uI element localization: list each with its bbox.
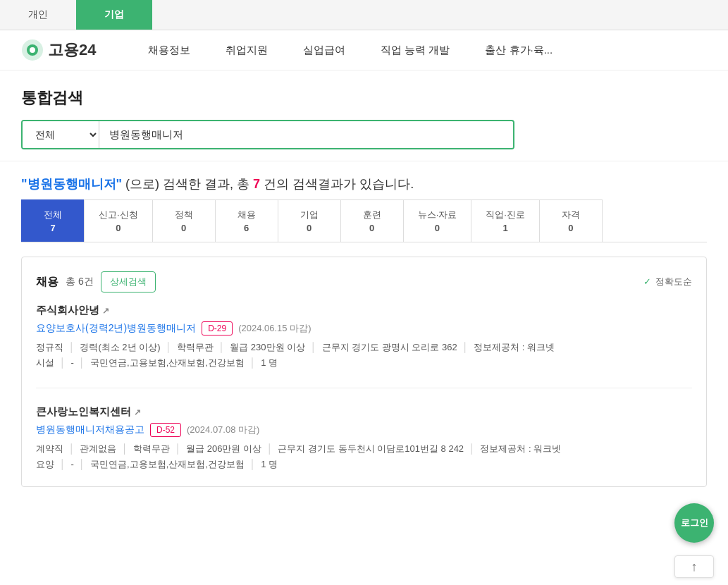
- job-details-2: 계약직 │ 관계없음 │ 학력무관 │ 월급 206만원 이상 │ 근무지 경기…: [36, 441, 692, 472]
- company-text-1: 주식회사안녕: [36, 304, 99, 317]
- cat-tab-job-career[interactable]: 직업·진로 1: [471, 199, 540, 242]
- cat-tab-job-career-count: 1: [502, 223, 507, 233]
- accuracy-sort[interactable]: ✓ 정확도순: [643, 276, 692, 288]
- insurance-1: 국민연금,고용보험,산재보험,건강보험: [90, 357, 245, 368]
- section-header: 채용 총 6건 상세검색 ✓ 정확도순: [36, 271, 692, 292]
- search-title: 통합검색: [21, 87, 707, 109]
- sep: │: [267, 443, 273, 454]
- external-link-icon-2: ↗: [134, 407, 141, 417]
- section-count: 총 6건: [66, 276, 94, 288]
- tab-company[interactable]: 기업: [76, 0, 152, 30]
- salary-2: 월급 206만원 이상: [186, 443, 261, 454]
- source-2: 정보제공처 : 워크넷: [480, 443, 561, 454]
- headcount-1: 1 명: [261, 357, 278, 368]
- checkmark-icon: ✓: [643, 276, 651, 287]
- company-name-2: 큰사랑노인복지센터 ↗: [36, 405, 692, 419]
- deadline-2: (2024.07.08 마감): [187, 424, 259, 436]
- cat-tab-company-label: 기업: [300, 209, 319, 221]
- company-text-2: 큰사랑노인복지센터: [36, 405, 131, 419]
- cat-tab-job-career-label: 직업·진로: [486, 209, 525, 221]
- result-text-end: 건의 검색결과가 있습니다.: [264, 177, 414, 191]
- cat-tab-news[interactable]: 뉴스·자료 0: [403, 199, 472, 242]
- cat-tab-report-count: 0: [116, 223, 121, 233]
- cat-tab-recruit[interactable]: 채용 6: [215, 199, 278, 242]
- cat-tab-qual-label: 자격: [562, 209, 580, 221]
- sep: │: [469, 443, 475, 454]
- sep: │: [311, 342, 316, 352]
- results-section: 채용 총 6건 상세검색 ✓ 정확도순 주식회사안녕 ↗ 요양보호사(경력2년)…: [21, 257, 707, 487]
- cat-tab-company[interactable]: 기업 0: [278, 199, 341, 242]
- result-header: "병원동행매니저" (으로) 검색한 결과, 총 7 건의 검색결과가 있습니다…: [0, 161, 728, 199]
- cat-tab-recruit-count: 6: [244, 223, 249, 233]
- cat-tab-report-label: 신고·신청: [99, 209, 138, 221]
- d-badge-2: D-52: [150, 423, 181, 437]
- sep: │: [69, 342, 75, 352]
- job-title-row-2: 병원동행매니저채용공고 D-52 (2024.07.08 마감): [36, 423, 692, 437]
- insurance-2: 국민연금,고용보험,산재보험,건강보험: [90, 459, 245, 469]
- education-1: 학력무관: [177, 342, 214, 352]
- deadline-1: (2024.06.15 마감): [238, 322, 311, 335]
- cat-tab-qualification[interactable]: 자격 0: [539, 199, 603, 242]
- education-2: 학력무관: [133, 443, 170, 454]
- search-section: 통합검색 전체 채용 정책 기업 훈련 뉴스·자료: [0, 70, 728, 161]
- facility-1: 시설: [36, 357, 54, 368]
- detail2-2-2: -: [70, 459, 73, 469]
- cat-tab-report[interactable]: 신고·신청 0: [84, 199, 153, 242]
- job-details-1: 정규직 │ 경력(최소 2년 이상) │ 학력무관 │ 월급 230만원 이상 …: [36, 340, 692, 371]
- company-name-1: 주식회사안녕 ↗: [36, 304, 692, 317]
- category-tabs: 전체 7 신고·신청 0 정책 0 채용 6 기업 0 훈련 0 뉴스·자료 0…: [21, 199, 707, 242]
- nav-item-recruitment[interactable]: 채용정보: [148, 44, 190, 57]
- search-category-select[interactable]: 전체 채용 정책 기업 훈련 뉴스·자료: [23, 121, 99, 148]
- nav-item-employment[interactable]: 취업지원: [226, 44, 268, 57]
- sep: │: [60, 357, 66, 368]
- result-summary: "병원동행매니저" (으로) 검색한 결과, 총 7 건의 검색결과가 있습니다…: [21, 176, 707, 192]
- search-bar: 전체 채용 정책 기업 훈련 뉴스·자료: [21, 120, 514, 149]
- employment-type-2: 계약직: [36, 443, 63, 454]
- career-req-2: 관계없음: [80, 443, 116, 454]
- cat-tab-all[interactable]: 전체 7: [21, 199, 85, 242]
- sep: │: [69, 443, 75, 454]
- sep: │: [250, 357, 256, 368]
- svg-point-2: [30, 47, 35, 53]
- search-query-display: "병원동행매니저": [21, 177, 122, 191]
- nav-item-skills[interactable]: 직업 능력 개발: [381, 44, 450, 57]
- headcount-2: 1 명: [261, 459, 278, 469]
- sep: │: [79, 459, 85, 469]
- search-input[interactable]: [99, 122, 513, 148]
- d-badge-1: D-29: [202, 321, 233, 335]
- cat-tab-training[interactable]: 훈련 0: [340, 199, 404, 242]
- cat-tab-policy-count: 0: [181, 223, 186, 233]
- logo-text: 고용24: [48, 39, 96, 61]
- logo[interactable]: 고용24: [21, 39, 106, 61]
- employment-type-1: 정규직: [36, 342, 63, 352]
- job-title-link-2[interactable]: 병원동행매니저채용공고: [36, 424, 144, 436]
- cat-tab-recruit-label: 채용: [237, 209, 256, 221]
- nav-item-parental[interactable]: 출산 휴가·육...: [485, 44, 553, 57]
- sep: │: [79, 357, 85, 368]
- job-item-2: 큰사랑노인복지센터 ↗ 병원동행매니저채용공고 D-52 (2024.07.08…: [36, 405, 692, 472]
- sep: │: [462, 342, 468, 352]
- cat-tab-training-count: 0: [369, 223, 374, 233]
- cat-tab-policy-label: 정책: [175, 209, 193, 221]
- location-2: 근무지 경기도 동두천시 이담로101번길 8 242: [278, 443, 464, 454]
- job-title-row-1: 요양보호사(경력2년)병원동행매니저 D-29 (2024.06.15 마감): [36, 321, 692, 335]
- result-text-after: (으로) 검색한 결과, 총: [125, 177, 249, 191]
- facility-2: 요양: [36, 459, 54, 469]
- detail-search-button[interactable]: 상세검색: [101, 271, 156, 292]
- cat-tab-training-label: 훈련: [363, 209, 381, 221]
- nav-item-unemployment[interactable]: 실업급여: [303, 44, 345, 57]
- sep: │: [250, 459, 256, 469]
- job-title-link-1[interactable]: 요양보호사(경력2년)병원동행매니저: [36, 322, 196, 335]
- sep: │: [175, 443, 180, 454]
- result-count: 7: [253, 177, 260, 191]
- tab-individual[interactable]: 개인: [0, 0, 76, 30]
- main-nav: 채용정보 취업지원 실업급여 직업 능력 개발 출산 휴가·육...: [148, 44, 707, 57]
- salary-1: 월급 230만원 이상: [230, 342, 305, 352]
- logo-icon: [21, 39, 44, 61]
- sep: │: [166, 342, 171, 352]
- sep: │: [219, 342, 225, 352]
- accuracy-label-text: 정확도순: [655, 276, 692, 287]
- job-item-1: 주식회사안녕 ↗ 요양보호사(경력2년)병원동행매니저 D-29 (2024.0…: [36, 304, 692, 388]
- cat-tab-news-label: 뉴스·자료: [418, 209, 457, 221]
- cat-tab-policy[interactable]: 정책 0: [152, 199, 216, 242]
